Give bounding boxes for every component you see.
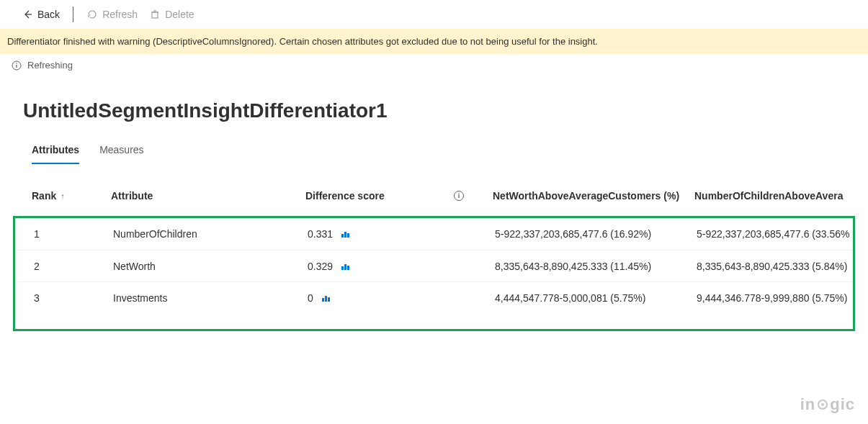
back-label: Back (37, 9, 60, 20)
bar-chart-icon[interactable] (322, 294, 331, 302)
toolbar: Back Refresh Delete (0, 0, 868, 29)
col-rank-label: Rank (32, 190, 56, 202)
col-attribute[interactable]: Attribute (111, 190, 305, 202)
cell-col-a: 8,335,643-8,890,425.333 (11.45%) (495, 261, 697, 272)
diff-value: 0.329 (308, 261, 333, 272)
toolbar-divider (73, 6, 73, 22)
cell-diff: 0 (308, 292, 495, 304)
svg-rect-1 (152, 12, 158, 18)
table-row[interactable]: 1 NumberOfChildren 0.331 5-922,337,203,6… (15, 218, 853, 250)
col-a-label: NetWorthAboveAverageCustomers (%) (493, 190, 679, 202)
cell-rank: 2 (34, 261, 113, 272)
status-bar: Refreshing (0, 54, 868, 76)
table-row[interactable]: 3 Investments 0 4,444,547.778-5,000,081 … (15, 281, 853, 313)
warning-text: Differentiator finished with warning (De… (7, 36, 598, 47)
watermark-part1: in (800, 395, 816, 414)
cell-attribute: Investments (113, 292, 308, 304)
svg-point-6 (16, 63, 17, 64)
col-networth[interactable]: NetWorthAboveAverageCustomers (%) (493, 190, 694, 202)
watermark-logo: in gic (800, 395, 855, 414)
cell-rank: 3 (34, 292, 113, 304)
svg-rect-7 (341, 234, 344, 238)
gear-icon (816, 398, 829, 411)
tab-measures[interactable]: Measures (99, 137, 143, 164)
warning-banner: Differentiator finished with warning (De… (0, 29, 868, 54)
col-diff-label: Difference score (305, 190, 385, 202)
svg-point-17 (821, 403, 824, 406)
tab-attributes[interactable]: Attributes (32, 137, 79, 164)
tab-attributes-label: Attributes (32, 144, 79, 155)
watermark-part2: gic (830, 395, 855, 414)
cell-col-a: 4,444,547.778-5,000,081 (5.75%) (495, 292, 697, 304)
svg-rect-11 (344, 264, 346, 270)
status-text: Refreshing (27, 60, 73, 71)
table-body: 1 NumberOfChildren 0.331 5-922,337,203,6… (13, 216, 855, 331)
cell-col-b: 5-922,337,203,685,477.6 (33.56% (697, 228, 868, 240)
info-icon[interactable]: i (454, 191, 464, 201)
diff-value: 0.331 (308, 228, 333, 240)
svg-rect-10 (341, 266, 344, 270)
delete-label: Delete (165, 9, 194, 20)
bar-chart-icon[interactable] (341, 263, 350, 270)
col-diff-score[interactable]: Difference score i (305, 190, 493, 202)
info-icon (12, 60, 22, 71)
tabs: Attributes Measures (0, 137, 868, 164)
cell-diff: 0.329 (308, 261, 495, 272)
refresh-button[interactable]: Refresh (86, 9, 138, 20)
svg-rect-9 (347, 233, 349, 238)
data-table: Rank ↑ Attribute Difference score i NetW… (13, 176, 855, 331)
cell-attribute: NumberOfChildren (113, 228, 308, 240)
col-b-label: NumberOfChildrenAboveAvera (694, 190, 843, 202)
table-body-padding (15, 313, 853, 329)
tab-measures-label: Measures (99, 144, 143, 155)
delete-button[interactable]: Delete (149, 9, 194, 20)
bar-chart-icon[interactable] (341, 230, 350, 238)
cell-attribute: NetWorth (113, 261, 308, 272)
refresh-icon (86, 9, 98, 20)
sort-asc-icon: ↑ (61, 191, 65, 200)
col-children[interactable]: NumberOfChildrenAboveAvera (694, 190, 867, 202)
svg-rect-14 (325, 296, 327, 302)
svg-rect-15 (328, 297, 330, 302)
cell-col-b: 9,444,346.778-9,999,880 (5.75%) (697, 292, 868, 304)
back-button[interactable]: Back (22, 9, 60, 20)
back-arrow-icon (22, 9, 33, 20)
cell-col-b: 8,335,643-8,890,425.333 (5.84%) (697, 261, 868, 272)
table-row[interactable]: 2 NetWorth 0.329 8,335,643-8,890,425.333… (15, 250, 853, 281)
cell-diff: 0.331 (308, 228, 495, 240)
cell-col-a: 5-922,337,203,685,477.6 (16.92%) (495, 228, 697, 240)
svg-rect-8 (344, 232, 346, 238)
table-header: Rank ↑ Attribute Difference score i NetW… (13, 176, 855, 216)
svg-rect-12 (347, 266, 349, 270)
diff-value: 0 (308, 292, 313, 304)
svg-rect-13 (322, 298, 324, 302)
refresh-label: Refresh (102, 9, 138, 20)
delete-icon (149, 9, 161, 20)
page-title: UntitledSegmentInsightDifferentiator1 (0, 76, 868, 137)
col-attribute-label: Attribute (111, 190, 153, 202)
col-rank[interactable]: Rank ↑ (32, 190, 111, 202)
cell-rank: 1 (34, 228, 113, 240)
